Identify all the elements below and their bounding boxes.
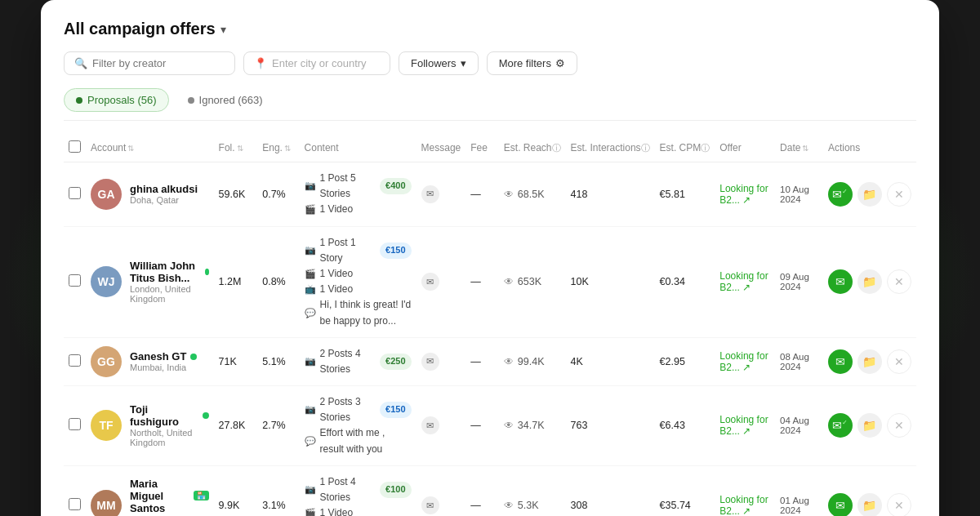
row-checkbox[interactable] [69, 354, 81, 367]
content-type-icon: 🎬 [305, 267, 316, 282]
interactions-value: 308 [566, 465, 655, 516]
price-badge: €150 [380, 402, 411, 418]
content-description: 1 Video [320, 505, 353, 516]
content-description: Effort with me , result with you [320, 425, 412, 456]
creator-location: Mumbai, India [130, 363, 197, 372]
content-row: 🎬1 Video [305, 202, 412, 217]
message-icon[interactable]: ✉ [421, 416, 439, 434]
creator-name[interactable]: ghina alkudsi [130, 183, 198, 195]
creator-name[interactable]: Ganesh GT [130, 350, 197, 363]
col-date-label: Date [780, 142, 800, 153]
offer-link[interactable]: Looking for B2... ↗ [719, 414, 770, 437]
ignore-button[interactable]: ✕ [887, 493, 911, 516]
message-icon[interactable]: ✉ [421, 496, 439, 514]
engagement-rate: 5.1% [257, 337, 299, 385]
col-eng-label: Eng. [262, 142, 283, 153]
tab-proposals[interactable]: Proposals (56) [64, 88, 169, 112]
content-description: 1 Video [320, 266, 353, 282]
followers-filter-button[interactable]: Followers ▾ [399, 51, 479, 75]
content-type-icon: 🎬 [305, 506, 316, 516]
actions-cell: ✉✓📁✕ [823, 386, 916, 466]
sort-account-icon[interactable]: ⇅ [127, 144, 134, 153]
folder-icon: 📁 [862, 275, 876, 288]
folder-icon: 📁 [862, 188, 876, 201]
creator-name[interactable]: William John Titus Bish... [130, 260, 209, 284]
reach-cell: 👁99.4K [499, 337, 566, 385]
content-cell: 📷1 Post 1 Story €150🎬1 Video 📺1 Video 💬H… [300, 226, 416, 337]
save-to-folder-button[interactable]: 📁 [858, 413, 882, 438]
col-content-label: Content [305, 142, 339, 153]
content-row: 🎬1 Video [305, 266, 412, 282]
cpm-value: €2.95 [655, 337, 715, 385]
content-description: 1 Video [320, 202, 353, 217]
tab-ignored[interactable]: Ignored (663) [176, 88, 275, 112]
row-checkbox[interactable] [69, 187, 81, 199]
offer-cell: Looking for B2... ↗ [715, 226, 775, 337]
save-to-folder-button[interactable]: 📁 [858, 182, 882, 207]
offer-cell: Looking for B2... ↗ [715, 162, 775, 227]
date-cell: 01 Aug 2024 [775, 465, 823, 516]
col-interactions-label: Est. Interactions [571, 142, 641, 153]
send-message-button[interactable]: ✉ [828, 493, 853, 516]
row-checkbox[interactable] [69, 498, 81, 510]
content-row: 📷1 Post 4 Stories €100 [305, 474, 412, 505]
save-to-folder-button[interactable]: 📁 [858, 493, 882, 516]
save-to-folder-button[interactable]: 📁 [858, 349, 882, 374]
reach-info-icon[interactable]: ⓘ [552, 143, 561, 153]
chevron-down-icon: ▾ [461, 57, 466, 69]
message-icon[interactable]: ✉ [421, 353, 439, 371]
content-type-icon: 📷 [305, 403, 316, 417]
close-icon: ✕ [894, 499, 904, 512]
creator-filter[interactable]: 🔍 [64, 51, 235, 75]
actions-cell: ✉✓📁✕ [823, 162, 916, 227]
content-row: 💬Effort with me , result with you [305, 425, 412, 456]
offer-link[interactable]: Looking for B2... ↗ [719, 494, 770, 516]
message-icon[interactable]: ✉ [421, 185, 439, 203]
store-badge: 🏪 [194, 491, 209, 500]
select-all-checkbox[interactable] [69, 140, 81, 153]
ignore-button[interactable]: ✕ [887, 182, 911, 207]
save-to-folder-button[interactable]: 📁 [858, 269, 882, 294]
ignore-button[interactable]: ✕ [887, 269, 911, 294]
content-row: 💬Hi, I think is great! I'd be happy to p… [305, 297, 412, 328]
more-filters-button[interactable]: More filters ⚙ [487, 51, 577, 75]
cpm-info-icon[interactable]: ⓘ [701, 143, 710, 153]
sort-fol-icon[interactable]: ⇅ [237, 144, 243, 153]
offer-link[interactable]: Looking for B2... ↗ [719, 270, 770, 293]
creator-name[interactable]: Toji fushiguro [130, 403, 209, 428]
send-message-button[interactable]: ✉✓ [828, 413, 853, 438]
location-filter[interactable]: 📍 Enter city or country [243, 51, 390, 75]
followers-count: 1.2M [214, 226, 258, 337]
content-row: 📺1 Video [305, 282, 412, 297]
chevron-down-icon[interactable]: ▾ [220, 23, 226, 36]
row-checkbox[interactable] [69, 418, 81, 430]
ignore-button[interactable]: ✕ [887, 413, 911, 438]
followers-count: 59.6K [214, 162, 258, 227]
reach-value: 5.3K [518, 500, 539, 511]
folder-icon: 📁 [862, 355, 876, 368]
ignore-button[interactable]: ✕ [887, 349, 911, 374]
send-message-button[interactable]: ✉✓ [828, 182, 853, 207]
sort-date-icon[interactable]: ⇅ [802, 144, 808, 153]
content-type-icon: 📷 [305, 243, 316, 258]
content-type-icon: 📷 [305, 354, 316, 369]
offer-link[interactable]: Looking for B2... ↗ [719, 350, 770, 373]
interactions-info-icon[interactable]: ⓘ [641, 143, 650, 153]
send-message-button[interactable]: ✉ [828, 349, 853, 374]
creator-search-input[interactable] [92, 57, 225, 69]
table-row: WJWilliam John Titus Bish... London, Uni… [64, 226, 916, 337]
creator-name[interactable]: Maria Miguel Santos 🏪 [130, 478, 209, 514]
offer-link[interactable]: Looking for B2... ↗ [719, 183, 770, 206]
sort-eng-icon[interactable]: ⇅ [284, 144, 291, 153]
message-cell: ✉ [416, 465, 466, 516]
send-message-button[interactable]: ✉ [828, 269, 853, 294]
interactions-value: 418 [566, 162, 655, 227]
followers-count: 71K [214, 337, 258, 385]
account-cell: MMMaria Miguel Santos 🏪Calendário, Portu… [86, 465, 214, 516]
message-icon[interactable]: ✉ [421, 273, 439, 291]
cpm-value: €5.81 [655, 162, 715, 227]
reach-icon: 👁 [504, 356, 514, 367]
col-fee-label: Fee [470, 142, 488, 153]
avatar: GG [91, 346, 122, 377]
row-checkbox[interactable] [69, 274, 81, 287]
